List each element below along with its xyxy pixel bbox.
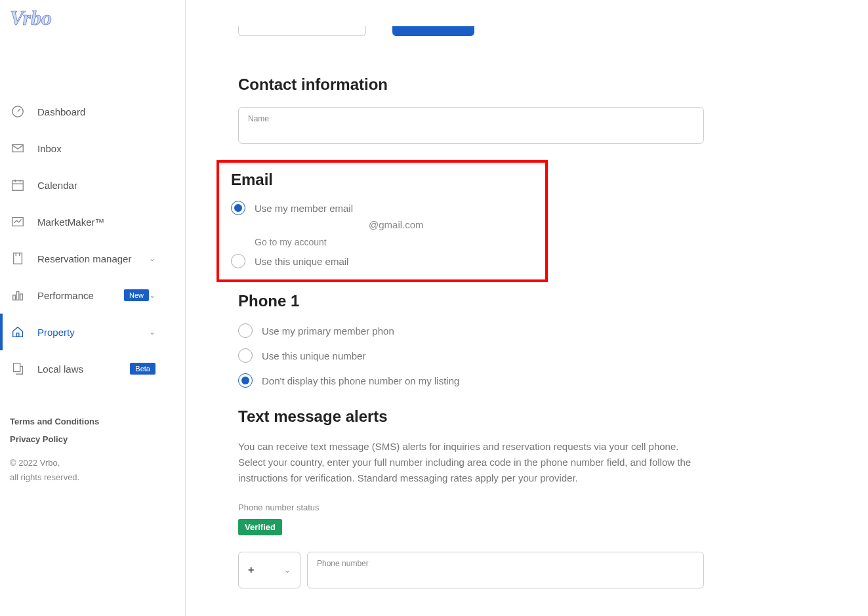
contact-title: Contact information bbox=[238, 75, 816, 94]
phone-number-input[interactable] bbox=[317, 569, 694, 581]
radio-label: Use this unique email bbox=[255, 256, 348, 267]
svg-rect-13 bbox=[16, 292, 19, 300]
svg-rect-16 bbox=[14, 363, 20, 372]
phone-number-wrapper[interactable]: Phone number bbox=[307, 552, 704, 588]
radio-unselected-icon[interactable] bbox=[231, 254, 245, 268]
phone-title: Phone 1 bbox=[238, 292, 816, 310]
new-badge: New bbox=[124, 289, 149, 301]
svg-text:Vrbo: Vrbo bbox=[10, 6, 52, 30]
svg-rect-15 bbox=[16, 333, 19, 337]
sidebar-item-inbox[interactable]: Inbox bbox=[0, 130, 185, 167]
beta-badge: Beta bbox=[130, 363, 155, 375]
sms-title: Text message alerts bbox=[238, 407, 816, 426]
chart-icon bbox=[10, 214, 26, 230]
email-title: Email bbox=[231, 171, 533, 189]
name-input[interactable] bbox=[248, 125, 694, 136]
phone-radio-group: Use my primary member phon Use this uniq… bbox=[238, 323, 816, 388]
radio-member-email[interactable]: Use my member email bbox=[231, 201, 533, 215]
footer-links: Terms and Conditions Privacy Policy © 20… bbox=[10, 417, 99, 485]
sidebar-item-marketmaker[interactable]: MarketMaker™ bbox=[0, 203, 185, 240]
radio-selected-icon[interactable] bbox=[238, 373, 253, 388]
radio-primary-phone[interactable]: Use my primary member phon bbox=[238, 323, 816, 338]
radio-label: Use my primary member phon bbox=[262, 325, 394, 337]
sidebar-item-performance[interactable]: Performance New ⌄ bbox=[0, 277, 185, 314]
nav-label: Reservation manager bbox=[37, 253, 149, 264]
radio-selected-icon[interactable] bbox=[231, 201, 245, 215]
country-code-select[interactable]: + ⌄ bbox=[238, 552, 300, 588]
terms-link[interactable]: Terms and Conditions bbox=[10, 417, 99, 426]
radio-unique-phone[interactable]: Use this unique number bbox=[238, 348, 816, 363]
radio-label: Use my member email bbox=[255, 203, 353, 214]
svg-rect-12 bbox=[13, 295, 16, 300]
nav-label: Dashboard bbox=[37, 106, 175, 117]
radio-label: Don't display this phone number on my li… bbox=[262, 375, 459, 386]
nav-label: Inbox bbox=[37, 143, 175, 154]
privacy-link[interactable]: Privacy Policy bbox=[10, 434, 99, 444]
sidebar-item-property[interactable]: Property ⌄ bbox=[0, 314, 185, 350]
sidebar-item-calendar[interactable]: Calendar bbox=[0, 167, 185, 203]
plus-prefix: + bbox=[248, 564, 254, 576]
radio-hide-phone[interactable]: Don't display this phone number on my li… bbox=[238, 373, 816, 388]
svg-rect-4 bbox=[12, 181, 24, 191]
radio-unselected-icon[interactable] bbox=[238, 348, 253, 363]
svg-rect-9 bbox=[14, 253, 22, 264]
envelope-icon bbox=[10, 140, 26, 156]
truncated-input[interactable] bbox=[238, 26, 366, 36]
house-icon bbox=[10, 324, 26, 340]
sms-description: You can receive text message (SMS) alert… bbox=[238, 439, 704, 486]
phone-input-row: + ⌄ Phone number bbox=[238, 552, 816, 588]
radio-unselected-icon[interactable] bbox=[238, 323, 253, 338]
copyright: © 2022 Vrbo, all rights reserved. bbox=[10, 456, 99, 485]
chevron-down-icon: ⌄ bbox=[149, 254, 155, 263]
bars-icon bbox=[10, 287, 26, 303]
sidebar: Vrbo Vrbo Dashboard Inbox Calendar bbox=[0, 0, 186, 616]
truncated-button[interactable] bbox=[392, 26, 474, 36]
chevron-down-icon: ⌄ bbox=[149, 291, 155, 300]
account-link[interactable]: Go to my account bbox=[255, 237, 533, 247]
nav-label: Local laws bbox=[37, 363, 130, 375]
vrbo-logo[interactable]: Vrbo Vrbo bbox=[0, 0, 185, 47]
email-highlight-box: Email Use my member email @gmail.com Go … bbox=[217, 160, 548, 282]
gauge-icon bbox=[10, 104, 26, 119]
chevron-down-icon: ⌄ bbox=[284, 565, 291, 575]
verified-badge: Verified bbox=[238, 519, 282, 535]
chevron-down-icon: ⌄ bbox=[149, 327, 155, 337]
svg-rect-3 bbox=[12, 145, 24, 152]
radio-label: Use this unique number bbox=[262, 350, 365, 361]
book-icon bbox=[10, 251, 26, 266]
nav-label: Performance bbox=[37, 290, 119, 301]
phone-status-label: Phone number status bbox=[238, 503, 816, 512]
sidebar-item-reservation[interactable]: Reservation manager ⌄ bbox=[0, 240, 185, 277]
email-suffix: @gmail.com bbox=[369, 219, 533, 230]
calendar-icon bbox=[10, 177, 26, 193]
nav-label: MarketMaker™ bbox=[37, 216, 175, 228]
sidebar-item-dashboard[interactable]: Dashboard bbox=[0, 93, 185, 130]
radio-unique-email[interactable]: Use this unique email bbox=[231, 254, 533, 268]
nav-list: Dashboard Inbox Calendar MarketMaker™ Re… bbox=[0, 93, 185, 387]
phone-label: Phone number bbox=[317, 559, 694, 568]
document-icon bbox=[10, 361, 26, 377]
truncated-controls bbox=[238, 26, 816, 36]
nav-label: Property bbox=[37, 327, 149, 338]
svg-rect-14 bbox=[20, 294, 23, 300]
name-input-wrapper[interactable]: Name bbox=[238, 107, 704, 144]
name-label: Name bbox=[248, 114, 694, 123]
main-content: Contact information Name Email Use my me… bbox=[186, 0, 868, 616]
nav-label: Calendar bbox=[37, 180, 175, 191]
sidebar-item-locallaws[interactable]: Local laws Beta bbox=[0, 350, 185, 387]
